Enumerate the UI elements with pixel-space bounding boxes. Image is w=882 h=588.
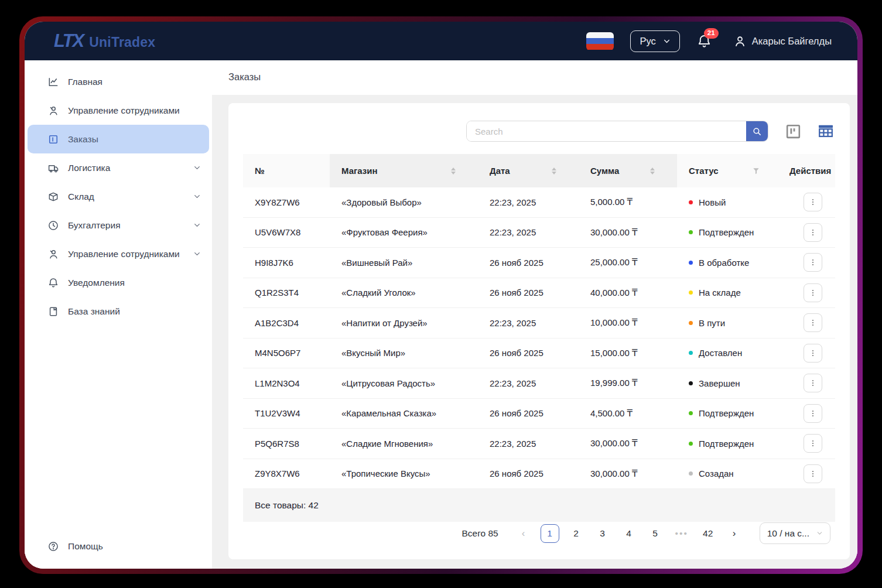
actions-cell (778, 313, 835, 332)
chevron-down-icon (193, 221, 201, 229)
actions-cell (778, 344, 835, 363)
row-actions-button[interactable] (804, 253, 822, 272)
sidebar-item-label: База знаний (68, 306, 120, 317)
sidebar-item-label: Склад (68, 192, 94, 202)
employees-icon (47, 105, 59, 117)
row-actions-button[interactable] (804, 464, 822, 483)
pagination-ellipsis: ••• (672, 524, 691, 543)
actions-cell (778, 404, 835, 423)
table-footer-total: Все товары: 42 (243, 489, 835, 522)
store-cell: «Сладкие Мгновения» (330, 439, 478, 449)
column-header-store[interactable]: Магазин (330, 154, 478, 187)
row-actions-button[interactable] (804, 313, 822, 332)
app-logo: LTX UniTradex (54, 30, 155, 52)
user-menu[interactable]: Акарыс Байгелды (733, 35, 832, 48)
store-cell: «Тропические Вкусы» (330, 469, 478, 478)
date-cell: 26 нояб 2025 (478, 469, 579, 478)
row-actions-button[interactable] (804, 223, 822, 242)
status-cell: Завершен (677, 378, 778, 388)
more-vertical-icon (808, 228, 818, 237)
pagination-total: Всего 85 (461, 528, 498, 539)
row-actions-button[interactable] (804, 193, 822, 211)
status-dot (689, 351, 693, 355)
sidebar-item-6[interactable]: Бухгалтерия (28, 211, 209, 240)
search-icon (752, 127, 762, 136)
amount-cell: 4,500.00 ₸ (579, 408, 677, 419)
amount-cell: 40,000.00 ₸ (579, 288, 677, 298)
table-row: U5V6W7X8 «Фруктовая Феерия» 22:23, 2025 … (243, 218, 835, 248)
sidebar-item-7[interactable]: Управление сотрудниками (28, 240, 209, 268)
table-row: A1B2C3D4 «Напитки от Друзей» 22:23, 2025… (243, 308, 835, 339)
status-dot (689, 261, 693, 265)
table-row: Z9Y8X7W6 «Тропические Вкусы» 26 нояб 202… (243, 459, 835, 490)
language-label: Рус (640, 36, 655, 47)
russia-flag-icon[interactable] (586, 32, 614, 50)
sidebar-item-8[interactable]: Уведомления (28, 268, 209, 297)
bell-icon (47, 277, 59, 289)
pagination-next-button[interactable]: › (725, 524, 744, 543)
warehouse-icon (47, 191, 59, 203)
status-cell: На складе (677, 288, 778, 298)
row-actions-button[interactable] (804, 434, 822, 453)
sidebar-item-5[interactable]: Склад (28, 182, 209, 211)
pagination-page-42[interactable]: 42 (699, 524, 717, 543)
pagination-page-5[interactable]: 5 (646, 524, 665, 543)
column-header-date[interactable]: Дата (478, 154, 579, 187)
more-vertical-icon (808, 439, 818, 448)
employees-icon (47, 248, 59, 260)
status-label: В обработке (699, 258, 749, 268)
sidebar-item-2[interactable]: Управление сотрудниками (28, 96, 209, 125)
sidebar-item-help[interactable]: Помощь (28, 532, 209, 560)
filter-button[interactable] (752, 167, 760, 175)
pagination-page-4[interactable]: 4 (620, 524, 638, 543)
sort-icon (650, 167, 655, 175)
row-actions-button[interactable] (804, 283, 822, 302)
sidebar-item-1[interactable]: Главная (28, 67, 209, 96)
notifications-button[interactable]: 21 (696, 33, 712, 49)
logo-text: UniTradex (89, 35, 155, 50)
language-selector[interactable]: Рус (630, 30, 679, 52)
status-cell: Созадан (677, 469, 778, 478)
order-id-cell: P5Q6R7S8 (243, 439, 330, 449)
status-cell: Подтвержден (677, 439, 778, 449)
pagination-page-3[interactable]: 3 (593, 524, 612, 543)
column-header-amount[interactable]: Сумма (579, 154, 677, 187)
store-cell: «Здоровый Выбор» (330, 197, 478, 207)
pagination-page-2[interactable]: 2 (567, 524, 586, 543)
pagination: Всего 85 ‹ 12345•••42 › 10 / на с... (243, 522, 835, 559)
status-label: Новый (699, 197, 726, 207)
actions-cell (778, 223, 835, 242)
sidebar-item-4[interactable]: Логистика (28, 153, 209, 182)
date-cell: 26 нояб 2025 (478, 408, 579, 418)
page-size-label: 10 / на с... (767, 528, 809, 539)
pagination-prev-button[interactable]: ‹ (514, 524, 533, 543)
search-button[interactable] (746, 121, 768, 141)
sort-icon (552, 167, 556, 175)
search-box (466, 121, 768, 142)
order-id-cell: Z9Y8X7W6 (243, 469, 330, 478)
table-view-button[interactable] (816, 122, 835, 141)
status-label: Подтвержден (699, 227, 754, 237)
sidebar-item-9[interactable]: База знаний (28, 297, 209, 326)
status-cell: В обработке (677, 258, 778, 268)
amount-cell: 30,000.00 ₸ (579, 227, 677, 238)
status-cell: Подтвержден (677, 227, 778, 237)
column-header-actions: Действия (778, 154, 835, 187)
table-row: M4N5O6P7 «Вкусный Мир» 26 нояб 2025 15,0… (243, 339, 835, 369)
store-cell: «Цитрусовая Радость» (330, 378, 478, 388)
page-size-select[interactable]: 10 / на с... (760, 522, 830, 544)
sidebar-item-3[interactable]: Заказы (28, 125, 209, 153)
table-row: Q1R2S3T4 «Сладкий Уголок» 26 нояб 2025 4… (243, 278, 835, 309)
order-id-cell: T1U2V3W4 (243, 408, 330, 418)
row-actions-button[interactable] (804, 344, 822, 363)
kanban-view-button[interactable] (784, 122, 802, 141)
app-window: LTX UniTradex Рус 21 Акарыс Байгелды (25, 22, 857, 569)
search-input[interactable] (467, 121, 746, 141)
status-label: В пути (699, 318, 725, 328)
sidebar-item-label: Управление сотрудниками (68, 105, 180, 116)
more-vertical-icon (808, 288, 818, 298)
status-cell: Доставлен (677, 348, 778, 358)
pagination-page-1[interactable]: 1 (541, 524, 559, 543)
row-actions-button[interactable] (804, 404, 822, 423)
row-actions-button[interactable] (804, 374, 822, 392)
